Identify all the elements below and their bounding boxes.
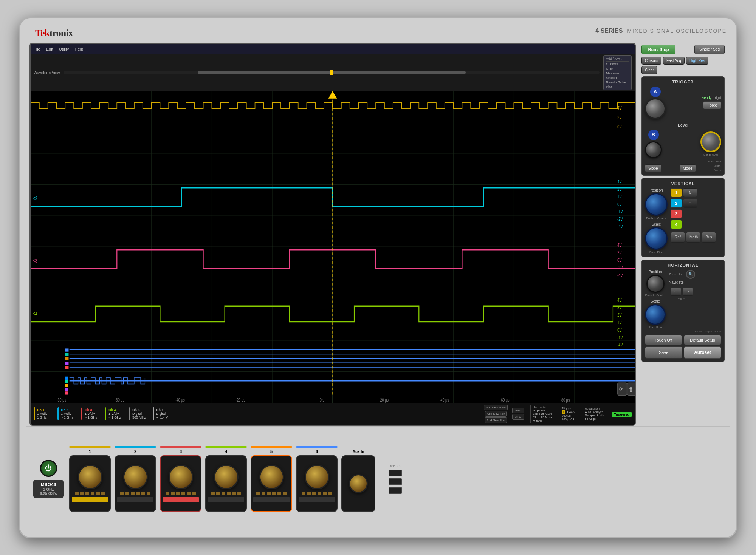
- slope-btn[interactable]: Slope: [645, 164, 662, 172]
- svg-text:2V: 2V: [617, 186, 622, 192]
- mode-btn[interactable]: Mode: [680, 164, 696, 172]
- ch5-button[interactable]: 5: [683, 188, 697, 197]
- connector-5: 5: [251, 446, 292, 512]
- menu-help[interactable]: Help: [75, 47, 84, 51]
- ch5-bnc[interactable]: [259, 465, 284, 489]
- results-table-btn[interactable]: Results Table: [606, 80, 629, 84]
- ch4-dots: [211, 492, 241, 495]
- aux-bnc[interactable]: [349, 474, 368, 493]
- add-math-btn[interactable]: Add New Math: [484, 405, 507, 410]
- svg-rect-31: [65, 357, 68, 360]
- acq-sample: Sample: 8 bits: [585, 414, 604, 417]
- svg-text:0 s: 0 s: [320, 397, 324, 402]
- math-button[interactable]: Math: [686, 232, 700, 243]
- measure-btn[interactable]: Measure: [606, 71, 629, 75]
- trigger-trigD: Trig'd: [713, 96, 721, 100]
- bottom-section: ⏻ MSO46 1 GHz 6.25 GS/s 1: [26, 426, 730, 532]
- screen-area: File Edit Utility Help Waveform View: [29, 43, 636, 426]
- cursors-control-btn[interactable]: Cursors: [641, 57, 662, 65]
- ch2-connector-img[interactable]: [115, 455, 156, 512]
- menu-edit[interactable]: Edit: [46, 47, 53, 51]
- ch1-button[interactable]: 1: [671, 188, 682, 197]
- aux-connector-img[interactable]: [341, 455, 375, 512]
- scale-label: Scale: [651, 222, 661, 226]
- add-new-btn[interactable]: Add New...: [606, 57, 629, 62]
- ch5-info[interactable]: Ch 5 Digital 500 MHz: [129, 407, 150, 420]
- ch-extra-btn[interactable]: ≡: [683, 199, 697, 208]
- level-label: Level: [678, 123, 688, 127]
- ch3-button[interactable]: 3: [671, 209, 682, 218]
- scrollbar[interactable]: [64, 71, 600, 74]
- touch-off-btn[interactable]: Touch Off: [645, 335, 682, 345]
- usb-port-2[interactable]: [389, 478, 402, 485]
- search-btn[interactable]: Search: [606, 76, 629, 80]
- dvm-btn[interactable]: DVM: [512, 408, 524, 413]
- h-scale-label: Scale: [651, 299, 660, 303]
- waveform-display[interactable]: <2 <3 <4: [31, 91, 635, 403]
- svg-text:<2: <2: [33, 195, 37, 201]
- subtitle-label: MIXED SIGNAL OSCILLOSCOPE: [627, 28, 727, 34]
- ch6-connector-img[interactable]: [296, 455, 338, 512]
- cursors-btn[interactable]: Cursors: [606, 62, 629, 66]
- plot-btn[interactable]: Plot: [606, 85, 629, 89]
- trigger-level-knob[interactable]: [700, 131, 721, 152]
- save-btn[interactable]: Save: [645, 346, 682, 359]
- ch3-info[interactable]: Ch 3 1 V/div ~ 1 GHz: [81, 407, 102, 420]
- ch3-bnc[interactable]: [169, 465, 193, 489]
- trig-pts: 160 ps/pt: [562, 417, 576, 421]
- ch2-bnc[interactable]: [123, 465, 148, 489]
- trigger-b-knob[interactable]: [645, 141, 662, 158]
- ch2-bw: ~ 1 GHz: [61, 416, 73, 419]
- bus-button[interactable]: Bus: [702, 232, 716, 243]
- series-area: 4 SERIES MIXED SIGNAL OSCILLOSCOPE: [82, 26, 727, 34]
- acq-label: Acquisition: [585, 407, 604, 410]
- add-ref-btn[interactable]: Add New Ref: [485, 411, 507, 417]
- ch4-info[interactable]: Ch 4 1 V/div ~ 1 GHz: [105, 407, 126, 420]
- clear-btn[interactable]: Clear: [641, 66, 657, 74]
- ref-button[interactable]: Ref: [671, 232, 685, 243]
- ch2-info[interactable]: Ch 2 1 V/div ~ 1 GHz: [57, 407, 78, 420]
- h-push-center: Push to Center: [645, 294, 665, 297]
- ch4-bnc[interactable]: [214, 465, 239, 489]
- nav-left-btn[interactable]: ←: [671, 288, 681, 296]
- fast-acq-btn[interactable]: Fast Acq: [663, 57, 685, 65]
- ch1-bottom-bar: [72, 497, 108, 502]
- default-setup-btn[interactable]: Default Setup: [684, 335, 721, 345]
- position-group: Position Push to Center: [645, 188, 668, 220]
- ch4-connector-img[interactable]: [205, 455, 247, 512]
- ch2-button[interactable]: 2: [671, 199, 682, 208]
- afg-btn[interactable]: AFG: [512, 414, 524, 420]
- horizontal-position-knob[interactable]: [646, 275, 665, 293]
- usb-port-1[interactable]: [389, 470, 402, 476]
- single-seq-button[interactable]: Single / Seq: [694, 45, 725, 54]
- add-bus-btn[interactable]: Add New Bus: [485, 417, 507, 423]
- vertical-scale-knob[interactable]: [645, 227, 668, 250]
- ch1-bnc[interactable]: [78, 465, 102, 489]
- zoom-icon[interactable]: 🔍: [686, 270, 695, 279]
- force-btn[interactable]: Force: [703, 101, 721, 109]
- nav-right-btn[interactable]: →: [683, 288, 693, 296]
- usb-port-3[interactable]: [389, 487, 402, 494]
- ch5-connector-img[interactable]: [251, 455, 292, 512]
- ch6-bnc[interactable]: [305, 465, 329, 489]
- svg-text:-4V: -4V: [617, 224, 623, 229]
- ch1-connector-img[interactable]: [69, 455, 111, 512]
- menu-utility[interactable]: Utility: [59, 47, 69, 51]
- svg-rect-35: [65, 376, 68, 379]
- connector-3: 3: [160, 446, 201, 512]
- trigger-a-knob[interactable]: [645, 98, 666, 119]
- high-res-btn[interactable]: High Res: [686, 57, 708, 65]
- ch1-info[interactable]: Ch 1 1 V/div 1 GHz: [34, 407, 54, 420]
- ch1-color-bar: [69, 446, 111, 448]
- ch1d-info[interactable]: Ch 1 Digital ✓ 1.4 V: [153, 407, 174, 420]
- ch3-connector-img[interactable]: [160, 455, 201, 512]
- vertical-position-knob[interactable]: [645, 193, 668, 216]
- horizontal-scale-knob[interactable]: [645, 304, 666, 325]
- connector-4: 4: [205, 446, 247, 512]
- ch4-button[interactable]: 4: [671, 220, 682, 229]
- power-button[interactable]: ⏻: [40, 460, 57, 477]
- menu-file[interactable]: File: [34, 47, 40, 51]
- autoset-btn[interactable]: Autoset: [684, 346, 721, 359]
- note-btn[interactable]: Note: [606, 67, 629, 71]
- run-stop-button[interactable]: Run / Stop: [641, 45, 675, 54]
